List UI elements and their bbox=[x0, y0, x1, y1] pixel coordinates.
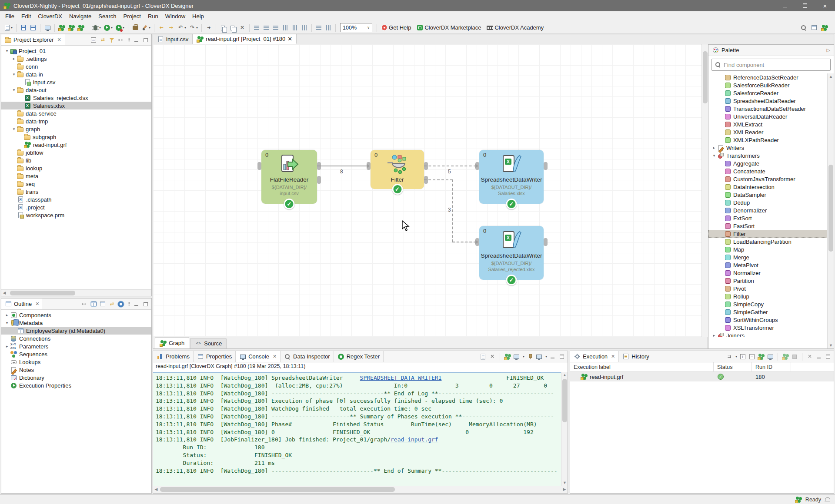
minimize-view-icon[interactable] bbox=[134, 302, 139, 306]
outline-item-execution-properties[interactable]: Execution Properties bbox=[1, 381, 151, 389]
palette-item-filter[interactable]: Filter bbox=[708, 230, 827, 238]
menu-navigate[interactable]: Navigate bbox=[66, 11, 95, 22]
explorer-item-data-service[interactable]: data-service bbox=[1, 109, 151, 117]
cloverdx-academy-link[interactable]: CloverDX Academy bbox=[485, 23, 547, 33]
close-view-icon[interactable]: ✕ bbox=[57, 37, 61, 43]
style-brush-button[interactable]: ▾ bbox=[140, 23, 151, 33]
debug-button[interactable]: ▾ bbox=[91, 23, 102, 33]
open-console-icon[interactable] bbox=[536, 355, 542, 359]
align-middle-button[interactable] bbox=[291, 23, 299, 33]
explorer-item-data-in[interactable]: ▾ data-in bbox=[1, 70, 151, 78]
close-view-icon[interactable]: ✕ bbox=[35, 301, 39, 307]
open-perspective-button[interactable] bbox=[810, 23, 818, 33]
relaunch-icon[interactable]: ⇉ bbox=[726, 353, 733, 360]
explorer-horizontal-scrollbar[interactable]: ◀ bbox=[1, 289, 151, 296]
expand-all-icon[interactable] bbox=[740, 354, 745, 359]
cut-button[interactable] bbox=[238, 23, 247, 33]
tab-outline[interactable]: Outline ✕ bbox=[1, 298, 43, 309]
column-header-run-id[interactable]: Run ID bbox=[752, 362, 791, 372]
focus-icon[interactable] bbox=[81, 301, 88, 308]
palette-scrollbar[interactable]: ▲ ▼ bbox=[827, 73, 834, 348]
palette-item-datasampler[interactable]: DataSampler bbox=[708, 191, 827, 199]
open-graph-icon[interactable] bbox=[758, 353, 765, 360]
collapsed-arrow-icon[interactable]: ▸ bbox=[4, 313, 10, 317]
display-console-icon[interactable] bbox=[514, 355, 519, 359]
execution-tab-history[interactable]: History bbox=[619, 351, 653, 362]
explorer-item-project[interactable]: .project bbox=[1, 203, 151, 211]
palette-item-normalizer[interactable]: Normalizer bbox=[708, 269, 827, 277]
explorer-item-seq[interactable]: seq bbox=[1, 180, 151, 188]
expanded-arrow-icon[interactable]: ▾ bbox=[4, 321, 10, 325]
outline-item-dictionary[interactable]: Dictionary bbox=[1, 374, 151, 381]
align-right-button[interactable] bbox=[271, 23, 280, 33]
palette-item-dedup[interactable]: Dedup bbox=[708, 199, 827, 206]
clear-console-icon[interactable] bbox=[481, 354, 485, 360]
maximize-view-icon[interactable] bbox=[560, 355, 564, 359]
align-center-h-button[interactable] bbox=[262, 23, 271, 33]
palette-item-transformers[interactable]: ▾ Transformers bbox=[708, 152, 827, 159]
explorer-item-input-csv[interactable]: input.csv bbox=[1, 78, 151, 86]
close-tab-icon[interactable]: ✕ bbox=[273, 354, 277, 359]
menu-run[interactable]: Run bbox=[144, 11, 162, 22]
minimize-view-icon[interactable] bbox=[817, 354, 822, 359]
output-port[interactable] bbox=[317, 176, 321, 184]
outline-item-parameters[interactable]: ▸ Parameters bbox=[1, 342, 151, 350]
edge-reader-filter[interactable] bbox=[317, 166, 367, 166]
column-header-execution-label[interactable]: Execution label bbox=[570, 362, 714, 372]
close-window-button[interactable]: × bbox=[815, 0, 835, 11]
explorer-item-trans[interactable]: trans bbox=[1, 188, 151, 196]
palette-item-transactionaldatasetreader[interactable]: TransactionalDataSetReader bbox=[708, 105, 827, 113]
minimize-view-icon[interactable] bbox=[551, 354, 555, 359]
console-log[interactable]: 18:13:11,810 INFO [WatchDog_180] Spreads… bbox=[153, 372, 561, 486]
filter-icon[interactable] bbox=[108, 36, 115, 43]
menu-edit[interactable]: Edit bbox=[18, 11, 34, 22]
link-with-graph-icon[interactable] bbox=[108, 301, 115, 308]
collapse-all-icon[interactable] bbox=[91, 37, 96, 43]
link-with-editor-icon[interactable] bbox=[99, 36, 106, 43]
explorer-item-workspace-prm[interactable]: workspace.prm bbox=[1, 211, 151, 219]
align-bottom-button[interactable] bbox=[300, 23, 309, 33]
explorer-item-settings[interactable]: ▸ .settings bbox=[1, 55, 151, 63]
palette-item-sortwithingroups[interactable]: SortWithinGroups bbox=[708, 316, 827, 324]
palette-item-pivot[interactable]: Pivot bbox=[708, 285, 827, 292]
palette-item-simplegather[interactable]: SimpleGather bbox=[708, 308, 827, 316]
prev-annotation-button[interactable]: ← bbox=[157, 23, 166, 33]
edge-edit-button[interactable]: ➜ bbox=[204, 23, 213, 33]
node-spreadsheetdatawriter-2[interactable]: 0 X SpreadsheetDataWriter ${DATAOUT_DIR}… bbox=[479, 150, 544, 204]
close-tab-icon[interactable]: ✕ bbox=[611, 354, 615, 359]
explorer-item-lib[interactable]: lib bbox=[1, 156, 151, 164]
minimize-view-icon[interactable] bbox=[134, 37, 139, 42]
maximize-view-icon[interactable] bbox=[144, 302, 148, 306]
outline-item-lookups[interactable]: Lookups bbox=[1, 358, 151, 366]
back-button[interactable]: ↶▾ bbox=[176, 23, 187, 33]
node-flatfilereader-0[interactable]: 0 FlatFileReader ${DATAIN_DIR}/input.csv… bbox=[261, 150, 317, 204]
menu-cloverdx[interactable]: CloverDX bbox=[34, 11, 66, 22]
deploy-suitcase-button[interactable] bbox=[131, 23, 140, 33]
distribute-horizontal-button[interactable] bbox=[314, 23, 323, 33]
get-help-link[interactable]: Get Help bbox=[380, 23, 414, 33]
palette-item-rollup[interactable]: Rollup bbox=[708, 292, 827, 300]
palette-item-spreadsheetdatareader[interactable]: SpreadsheetDataReader bbox=[708, 97, 827, 105]
expanded-arrow-icon[interactable]: ▾ bbox=[711, 153, 717, 158]
palette-item-salesforcereader[interactable]: SalesforceReader bbox=[708, 89, 827, 97]
distribute-vertical-button[interactable] bbox=[324, 23, 333, 33]
palette-item-xmlextract[interactable]: XMLExtract bbox=[708, 120, 827, 128]
explorer-item-read-input-grf[interactable]: read-input.grf bbox=[1, 141, 151, 149]
palette-item-merge[interactable]: Merge bbox=[708, 253, 827, 261]
show-console-icon[interactable] bbox=[768, 355, 773, 359]
explorer-item-classpath[interactable]: .classpath bbox=[1, 196, 151, 203]
collapse-palette-icon[interactable]: ▷ bbox=[827, 47, 830, 53]
info-icon[interactable] bbox=[118, 301, 124, 307]
forward-button[interactable]: ↷▾ bbox=[188, 23, 199, 33]
search-button[interactable] bbox=[799, 23, 808, 33]
align-left-button[interactable] bbox=[252, 23, 261, 33]
edge-filter-writer1[interactable] bbox=[424, 166, 476, 166]
next-annotation-button[interactable]: → bbox=[167, 23, 175, 33]
console-tab-problems[interactable]: Problems bbox=[153, 351, 194, 362]
palette-item-aggregate[interactable]: Aggregate bbox=[708, 159, 827, 167]
output-port[interactable] bbox=[544, 238, 548, 246]
console-log-link[interactable]: read-input.grf bbox=[391, 436, 438, 443]
menu-window[interactable]: Window bbox=[162, 11, 189, 22]
collapsed-arrow-icon[interactable]: ▸ bbox=[4, 344, 10, 348]
save-all-button[interactable] bbox=[29, 23, 37, 33]
